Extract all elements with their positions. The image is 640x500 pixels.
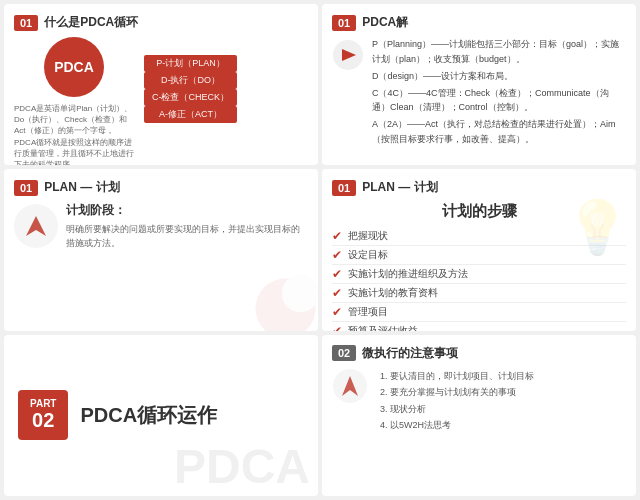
card-micro-execution: 02 微执行的注意事项 要认清目的，即计划项目、计划目标 要充分掌握与计划划有关…	[322, 335, 636, 496]
card3-decoration	[238, 271, 318, 331]
card1-left: PDCA PDCA是英语单词Plan（计划）、Do（执行）、Check（检查）和…	[14, 37, 134, 165]
card1-title: 什么是PDCA循环	[44, 14, 138, 31]
part-number: 02	[30, 409, 56, 432]
card1-number: 01	[14, 15, 38, 31]
card6-icon	[332, 368, 368, 436]
card2-header: 01 PDCA解	[332, 14, 626, 31]
card2-body: P（Planning）——计划能包括三小部分：目标（goal）；实施计划（pla…	[332, 37, 626, 147]
card4-header: 01 PLAN — 计划	[332, 179, 626, 196]
card2-line1: D（design）——设计方案和布局。	[372, 69, 626, 84]
card-what-is-pdca: 01 什么是PDCA循环 PDCA PDCA是英语单词Plan（计划）、Do（执…	[4, 4, 318, 165]
card5-watermark: PDCA	[174, 439, 310, 494]
part-badge: PART 02	[18, 390, 68, 440]
card3-header: 01 PLAN — 计划	[14, 179, 308, 196]
card-plan-right: 01 PLAN — 计划 计划的步骤 ✔ 把握现状 ✔ 设定目标 ✔ 实施计划的…	[322, 169, 636, 330]
check-icon-4: ✔	[332, 305, 342, 319]
pdca-step-p: P-计划（PLAN）	[144, 55, 237, 72]
card2-line0: P（Planning）——计划能包括三小部分：目标（goal）；实施计划（pla…	[372, 37, 626, 67]
main-grid: 01 什么是PDCA循环 PDCA PDCA是英语单词Plan（计划）、Do（执…	[0, 0, 640, 500]
plan-step-2: ✔ 实施计划的推进组织及方法	[332, 265, 626, 284]
plan-text: 计划阶段： 明确所要解决的问题或所要实现的目标，并提出实现目标的措施或方法。	[66, 202, 308, 250]
card4-number: 01	[332, 180, 356, 196]
plan-step-4: ✔ 管理项目	[332, 303, 626, 322]
check-icon-3: ✔	[332, 286, 342, 300]
plan-icon	[14, 204, 58, 248]
pdca-description: PDCA是英语单词Plan（计划）、Do（执行）、Check（检查）和Act（修…	[14, 103, 134, 165]
card3-number: 01	[14, 180, 38, 196]
card6-number: 02	[332, 345, 356, 361]
pdca-step-c: C-检查（CHECK）	[144, 89, 237, 106]
pdca-step-a: A-修正（ACT）	[144, 106, 237, 123]
card1-steps: P-计划（PLAN） D-执行（DO） C-检查（CHECK） A-修正（ACT…	[144, 37, 237, 123]
card4-title: PLAN — 计划	[362, 179, 437, 196]
svg-point-4	[282, 274, 318, 312]
card6-list: 要认清目的，即计划项目、计划目标 要充分掌握与计划划有关的事项 现状分析 以5W…	[376, 370, 534, 436]
plan-step-3: ✔ 实施计划的教育资料	[332, 284, 626, 303]
card6-item-1: 要充分掌握与计划划有关的事项	[390, 386, 534, 400]
part-label: PART	[30, 398, 56, 409]
card3-title: PLAN — 计划	[44, 179, 119, 196]
card1-header: 01 什么是PDCA循环	[14, 14, 308, 31]
pdca-step-d: D-执行（DO）	[144, 72, 237, 89]
svg-marker-2	[26, 216, 46, 236]
card6-body: 要认清目的，即计划项目、计划目标 要充分掌握与计划划有关的事项 现状分析 以5W…	[332, 368, 626, 436]
card5-main-title: PDCA循环运作	[80, 402, 217, 429]
card2-title: PDCA解	[362, 14, 408, 31]
plan-subtitle: 计划阶段：	[66, 202, 308, 219]
pdca-circle: PDCA	[44, 37, 104, 97]
card6-item-0: 要认清目的，即计划项目、计划目标	[390, 370, 534, 384]
card6-inner: 要认清目的，即计划项目、计划目标 要充分掌握与计划划有关的事项 现状分析 以5W…	[332, 368, 626, 436]
card-pdca-operation: PART 02 PDCA循环运作 PDCA	[4, 335, 318, 496]
card6-item-2: 现状分析	[390, 403, 534, 417]
card3-body: 计划阶段： 明确所要解决的问题或所要实现的目标，并提出实现目标的措施或方法。	[14, 202, 308, 250]
card6-title: 微执行的注意事项	[362, 345, 458, 362]
card2-number: 01	[332, 15, 356, 31]
check-icon-1: ✔	[332, 248, 342, 262]
plan-body: 明确所要解决的问题或所要实现的目标，并提出实现目标的措施或方法。	[66, 223, 308, 250]
pdca-arrow-icon	[332, 39, 364, 76]
card-plan-left: 01 PLAN — 计划 计划阶段： 明确所要解决的问题或所要实现的目标，并提出…	[4, 169, 318, 330]
check-icon-5: ✔	[332, 324, 342, 330]
card2-line2: C（4C）——4C管理：Check（检查）；Communicate（沟通）Cle…	[372, 86, 626, 116]
plan-step-5: ✔ 预算及评估收益	[332, 322, 626, 330]
lightbulb-icon: 💡	[565, 197, 630, 258]
card2-text-content: P（Planning）——计划能包括三小部分：目标（goal）；实施计划（pla…	[372, 37, 626, 147]
card-pdca-breakdown: 01 PDCA解 P（Planning）——计划能包括三小部分：目标（goal）…	[322, 4, 636, 165]
card6-item-3: 以5W2H法思考	[390, 419, 534, 433]
card6-header: 02 微执行的注意事项	[332, 345, 626, 362]
card2-line3: A（2A）——Act（执行，对总结检查的结果进行处置）；Aim（按照目标要求行事…	[372, 117, 626, 147]
check-icon-0: ✔	[332, 229, 342, 243]
check-icon-2: ✔	[332, 267, 342, 281]
